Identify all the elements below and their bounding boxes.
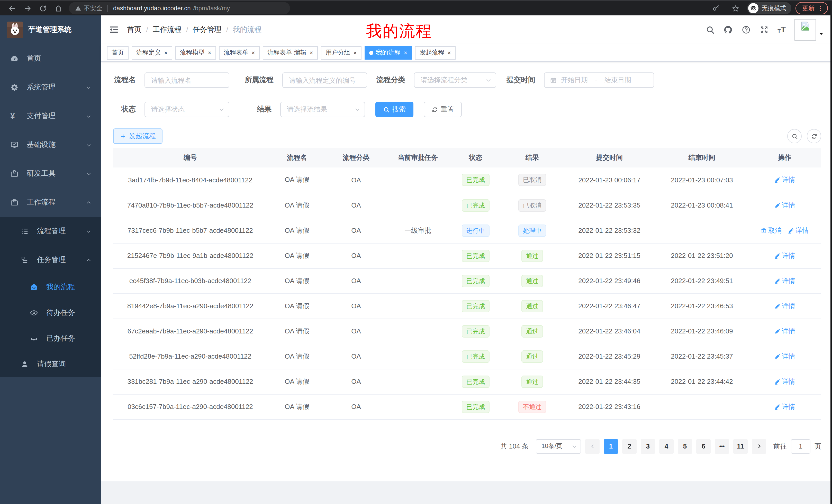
- detail-action-link[interactable]: 详情: [774, 402, 795, 411]
- page-button-2[interactable]: 2: [622, 439, 636, 453]
- detail-action-link[interactable]: 详情: [774, 301, 795, 311]
- close-icon[interactable]: ×: [404, 50, 407, 56]
- result-badge: 通过: [521, 375, 543, 388]
- tab-3[interactable]: 流程表单×: [219, 46, 260, 59]
- status-cell: 已完成: [450, 167, 501, 193]
- detail-action-link[interactable]: 详情: [774, 251, 795, 260]
- tab-2[interactable]: 流程模型×: [175, 46, 216, 59]
- sidebar-item-1[interactable]: 系统管理: [0, 73, 101, 102]
- browser-scrollbar[interactable]: [830, 16, 832, 504]
- detail-action-link[interactable]: 详情: [774, 175, 795, 185]
- current-task-cell-text[interactable]: 一级审批: [405, 226, 431, 234]
- home-icon[interactable]: [52, 2, 64, 15]
- bookmark-star-icon[interactable]: [729, 2, 742, 15]
- sidebar-item-8[interactable]: 我的流程: [0, 274, 101, 300]
- reset-button[interactable]: 重置: [424, 102, 462, 117]
- detail-action-link[interactable]: 详情: [774, 276, 795, 285]
- breadcrumb-separator: /: [146, 25, 148, 34]
- process-definition-input[interactable]: [282, 73, 367, 88]
- close-icon[interactable]: ×: [208, 50, 211, 56]
- sidebar-item-4[interactable]: 研发工具: [0, 159, 101, 188]
- fullscreen-icon[interactable]: [759, 25, 769, 34]
- detail-action-link[interactable]: 详情: [774, 201, 795, 210]
- close-icon[interactable]: ×: [310, 50, 313, 56]
- category-select[interactable]: 请选择流程分类: [414, 73, 496, 88]
- detail-action-link[interactable]: 详情: [774, 327, 795, 336]
- sidebar-item-7[interactable]: 任务管理: [0, 246, 101, 274]
- show-search-button[interactable]: [787, 129, 802, 143]
- sidebar-item-2[interactable]: ¥支付管理: [0, 102, 101, 131]
- page-button-6[interactable]: 6: [696, 439, 711, 453]
- status-select[interactable]: 请选择状态: [145, 102, 229, 117]
- submit-time-cell: 2022-01-23 00:06:17: [563, 167, 656, 193]
- forward-icon[interactable]: [21, 2, 33, 15]
- eye-open-icon: [30, 309, 38, 317]
- back-icon[interactable]: [6, 2, 18, 15]
- submit-time-range[interactable]: 开始日期 - 结束日期: [544, 73, 654, 88]
- breadcrumb-item-1[interactable]: 工作流程: [153, 25, 182, 34]
- detail-action-link[interactable]: 详情: [774, 352, 795, 361]
- page-button-5[interactable]: 5: [678, 439, 692, 453]
- calendar-icon: [550, 77, 557, 84]
- navbar-actions: TT: [705, 19, 824, 40]
- search-button[interactable]: 搜索: [375, 102, 413, 117]
- close-icon[interactable]: ×: [447, 50, 451, 56]
- password-key-icon[interactable]: [710, 2, 722, 15]
- tab-0[interactable]: 首页: [107, 46, 129, 59]
- sidebar-item-10[interactable]: 已办任务: [0, 326, 101, 352]
- github-icon[interactable]: [724, 25, 733, 34]
- tab-7[interactable]: 发起流程×: [415, 46, 456, 59]
- process-name-cell: OA 请假: [267, 218, 327, 243]
- tab-1[interactable]: 流程定义×: [132, 46, 172, 59]
- next-page-button[interactable]: [752, 439, 766, 453]
- menu-dots-icon[interactable]: [817, 5, 824, 11]
- tab-6[interactable]: 我的流程×: [365, 46, 412, 59]
- cancel-action-link[interactable]: 取消: [760, 226, 782, 235]
- result-select[interactable]: 请选择流结果: [280, 102, 365, 117]
- sidebar-item-6[interactable]: 流程管理: [0, 217, 101, 246]
- search-icon[interactable]: [705, 25, 715, 34]
- end-time-cell: 2022-01-22 23:49:51: [656, 268, 748, 293]
- prev-page-button[interactable]: [585, 439, 600, 453]
- update-button[interactable]: 更新: [796, 2, 828, 15]
- edit-icon: [774, 353, 780, 359]
- close-icon[interactable]: ×: [164, 50, 167, 56]
- close-icon[interactable]: ×: [252, 50, 255, 56]
- breadcrumb-item-0[interactable]: 首页: [127, 25, 141, 34]
- table-row: 819442e8-7b9a-11ec-a290-acde48001122OA 请…: [113, 293, 821, 318]
- tab-4[interactable]: 流程表单-编辑×: [263, 46, 318, 59]
- tab-5[interactable]: 用户分组×: [321, 46, 362, 59]
- cancel-label: 取消: [768, 226, 782, 235]
- sidebar-item-0[interactable]: 首页: [0, 44, 101, 73]
- refresh-table-button[interactable]: [807, 129, 821, 143]
- help-icon[interactable]: [742, 25, 751, 34]
- sidebar-item-5[interactable]: 工作流程: [0, 188, 101, 217]
- close-icon[interactable]: ×: [353, 50, 357, 56]
- avatar[interactable]: [795, 19, 816, 40]
- font-size-icon[interactable]: TT: [778, 25, 786, 34]
- app-logo[interactable]: 芋道管理系统: [0, 16, 101, 44]
- page-button-4[interactable]: 4: [659, 439, 674, 453]
- caret-down-icon[interactable]: [818, 31, 824, 36]
- sidebar-item-9[interactable]: 待办任务: [0, 300, 101, 326]
- page-button-1[interactable]: 1: [604, 439, 618, 453]
- goto-page-input[interactable]: [791, 439, 810, 453]
- page-size-select[interactable]: 10条/页: [536, 439, 581, 453]
- column-header-0: 编号: [113, 148, 267, 167]
- detail-action-link[interactable]: 详情: [788, 226, 809, 235]
- page-button-11[interactable]: 11: [733, 439, 748, 453]
- detail-label: 详情: [782, 251, 795, 260]
- address-bar[interactable]: 不安全 dashboard.yudao.iocoder.cn/bpm/task/…: [69, 2, 290, 15]
- page-ellipsis[interactable]: •••: [715, 439, 729, 453]
- page-button-3[interactable]: 3: [641, 439, 655, 453]
- breadcrumb-item-2[interactable]: 任务管理: [193, 25, 222, 34]
- edit-icon: [788, 227, 794, 233]
- sidebar-item-3[interactable]: 基础设施: [0, 131, 101, 159]
- process-name-input[interactable]: [145, 73, 229, 88]
- create-process-button[interactable]: 发起流程: [113, 129, 162, 144]
- status-cell: 进行中: [450, 218, 501, 243]
- reload-icon[interactable]: [36, 2, 49, 15]
- detail-action-link[interactable]: 详情: [774, 377, 795, 386]
- sidebar-collapse-icon[interactable]: [109, 25, 119, 34]
- sidebar-item-11[interactable]: 请假查询: [0, 352, 101, 377]
